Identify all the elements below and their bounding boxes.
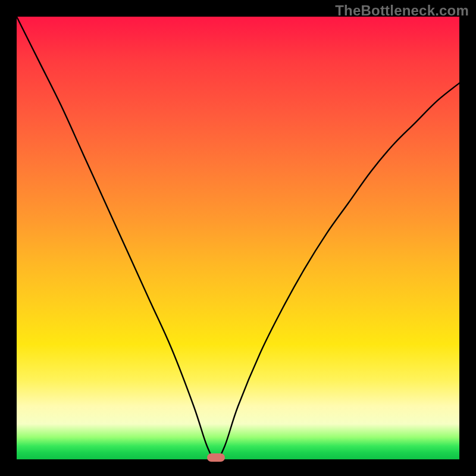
watermark-text: TheBottleneck.com: [335, 2, 469, 19]
minimum-marker: [207, 453, 225, 462]
plot-area: [17, 17, 459, 459]
bottleneck-curve: [17, 17, 459, 459]
chart-frame: TheBottleneck.com: [0, 0, 476, 476]
